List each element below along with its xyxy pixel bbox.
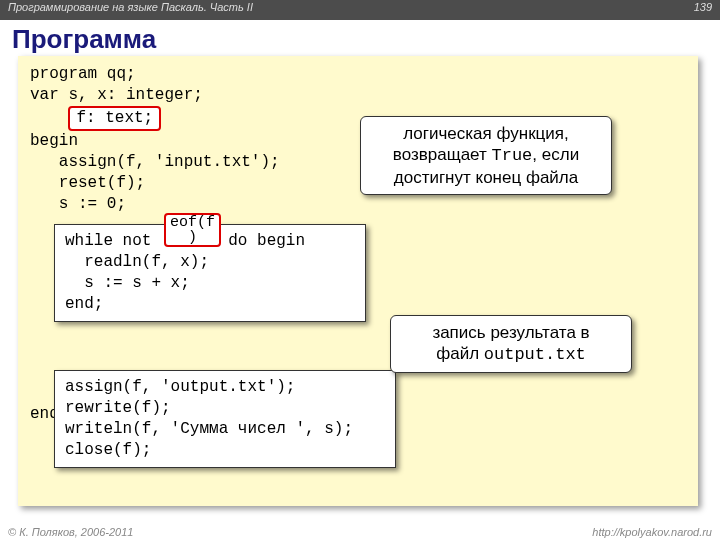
footer-url: http://kpolyakov.narod.ru	[592, 526, 712, 538]
footer: © К. Поляков, 2006-2011 http://kpolyakov…	[8, 526, 712, 538]
code-line: program qq;	[30, 64, 686, 85]
callout-line: запись результата в	[401, 322, 621, 343]
code-line: var s, x: integer;	[30, 85, 686, 106]
callout-line: достигнут конец файла	[371, 167, 601, 188]
slide-title: Программа	[0, 20, 720, 61]
callout-line: файл output.txt	[401, 343, 621, 365]
callout-line: возвращает True, если	[371, 144, 601, 166]
callout-eof: логическая функция, возвращает True, есл…	[360, 116, 612, 195]
callout-line: логическая функция,	[371, 123, 601, 144]
copyright: © К. Поляков, 2006-2011	[8, 526, 133, 538]
highlight-ftext: f: text;	[68, 106, 161, 131]
callout-output: запись результата в файл output.txt	[390, 315, 632, 373]
code-line: s := 0;	[30, 194, 686, 215]
overlay-output-box: assign(f, 'output.txt'); rewrite(f); wri…	[54, 370, 396, 468]
page-number: 139	[694, 1, 712, 19]
header-bar: Программирование на языке Паскаль. Часть…	[0, 0, 720, 20]
header-left: Программирование на языке Паскаль. Часть…	[8, 1, 253, 19]
highlight-eof: eof(f )	[164, 213, 221, 247]
